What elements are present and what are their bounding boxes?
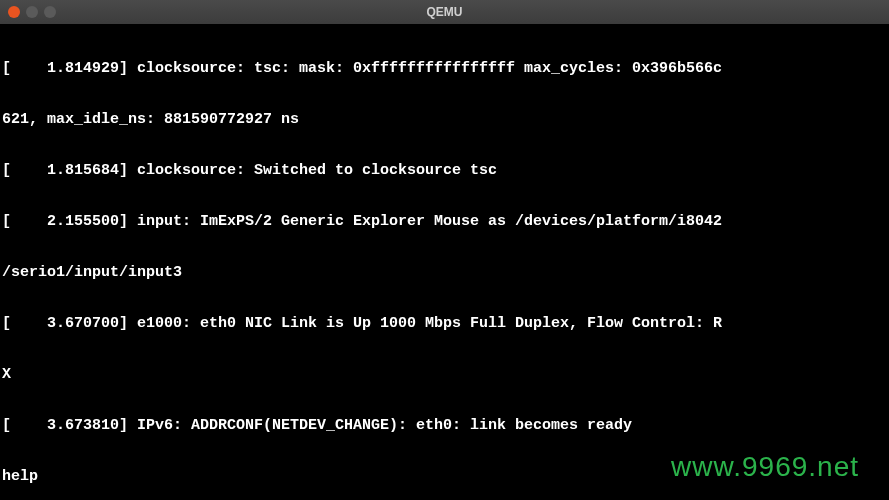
terminal-line: X: [2, 366, 887, 383]
window-title: QEMU: [427, 5, 463, 19]
terminal-line: [ 1.814929] clocksource: tsc: mask: 0xff…: [2, 60, 887, 77]
terminal-line: /serio1/input/input3: [2, 264, 887, 281]
window-controls: [8, 6, 56, 18]
titlebar: QEMU: [0, 0, 889, 24]
terminal-line: [ 2.155500] input: ImExPS/2 Generic Expl…: [2, 213, 887, 230]
minimize-icon[interactable]: [26, 6, 38, 18]
terminal-line: [ 3.673810] IPv6: ADDRCONF(NETDEV_CHANGE…: [2, 417, 887, 434]
maximize-icon[interactable]: [44, 6, 56, 18]
terminal-line: [ 3.670700] e1000: eth0 NIC Link is Up 1…: [2, 315, 887, 332]
close-icon[interactable]: [8, 6, 20, 18]
terminal-line: [ 1.815684] clocksource: Switched to clo…: [2, 162, 887, 179]
watermark-text: www.9969.net: [671, 458, 859, 475]
terminal-line: 621, max_idle_ns: 881590772927 ns: [2, 111, 887, 128]
terminal-output[interactable]: [ 1.814929] clocksource: tsc: mask: 0xff…: [0, 24, 889, 500]
